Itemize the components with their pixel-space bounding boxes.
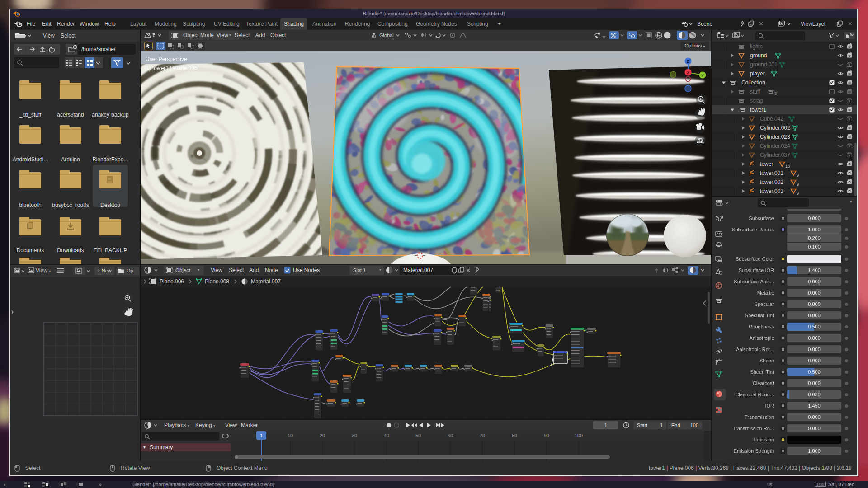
svg-text:70: 70 xyxy=(480,433,485,438)
svg-text:Global: Global xyxy=(379,33,394,38)
svg-text:(1) tower1 | Plane.006: (1) tower1 | Plane.006 xyxy=(144,65,198,71)
svg-text:ground: ground xyxy=(750,52,767,59)
svg-text:X: X xyxy=(687,70,689,75)
svg-text:Z: Z xyxy=(687,59,689,64)
svg-text:1: 1 xyxy=(260,433,263,438)
svg-text:lights: lights xyxy=(750,43,763,50)
svg-text:player: player xyxy=(750,70,765,77)
svg-text:100: 100 xyxy=(575,433,583,438)
svg-text:tower.001: tower.001 xyxy=(760,170,783,176)
svg-text:Y: Y xyxy=(701,73,704,78)
svg-text:Cylinder.023: Cylinder.023 xyxy=(760,134,790,140)
svg-text:50: 50 xyxy=(415,433,421,438)
svg-text:40: 40 xyxy=(384,433,389,438)
svg-text:3: 3 xyxy=(774,91,777,96)
svg-text:Cylinder.002: Cylinder.002 xyxy=(760,125,790,131)
svg-text:User Perspective: User Perspective xyxy=(146,56,187,62)
svg-text:tower: tower xyxy=(760,161,773,167)
svg-text:9: 9 xyxy=(797,173,799,178)
svg-text:20: 20 xyxy=(320,433,325,438)
svg-text:Cube.042: Cube.042 xyxy=(760,116,783,122)
svg-text:60: 60 xyxy=(448,433,453,438)
svg-text:9: 9 xyxy=(797,182,799,187)
svg-text:Material.007: Material.007 xyxy=(251,278,281,285)
svg-text:Cylinder.024: Cylinder.024 xyxy=(760,143,790,149)
svg-text:Plane.008: Plane.008 xyxy=(205,278,229,285)
svg-text:ground.001: ground.001 xyxy=(750,61,778,68)
svg-text:13: 13 xyxy=(785,164,790,169)
svg-text:Plane.006: Plane.006 xyxy=(160,278,184,285)
svg-text:scrap: scrap xyxy=(750,98,764,104)
svg-text:9: 9 xyxy=(797,191,799,196)
svg-text:tower.002: tower.002 xyxy=(760,179,783,185)
svg-text:Collection: Collection xyxy=(741,80,765,86)
svg-text:tower1: tower1 xyxy=(750,107,766,113)
svg-text:80: 80 xyxy=(512,433,517,438)
svg-text:stuff: stuff xyxy=(750,89,760,95)
svg-text:Cylinder.037: Cylinder.037 xyxy=(760,152,790,158)
svg-text:tower.003: tower.003 xyxy=(760,188,783,194)
svg-text:90: 90 xyxy=(544,433,549,438)
svg-text:30: 30 xyxy=(352,433,357,438)
svg-text:10: 10 xyxy=(288,433,293,438)
